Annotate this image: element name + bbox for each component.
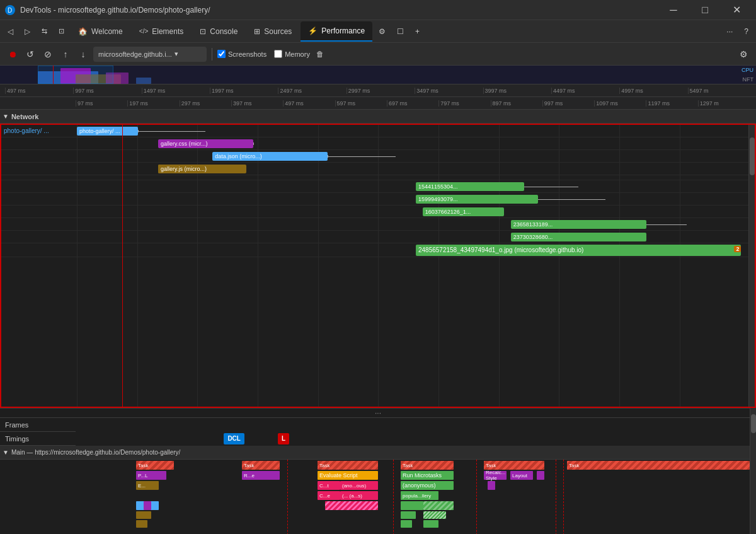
url-display: microsoftedge.github.i... ▾	[93, 47, 207, 62]
network-scrollbar[interactable]	[748, 125, 755, 407]
populate-gallery-bar[interactable]: popula...llery	[401, 491, 438, 500]
tab-performance[interactable]: ⚡ Performance	[301, 21, 372, 42]
add-tab-button[interactable]: +	[410, 25, 425, 38]
gear-icon[interactable]: ⚙	[374, 25, 391, 38]
tiny-bar-6[interactable]	[423, 520, 438, 528]
network-bar-img6-large[interactable]: 24856572158_43497494d1_o.jpg (microsofte…	[416, 245, 741, 256]
parse-load-bar[interactable]: P...L	[136, 471, 166, 480]
back-icon[interactable]: ◁	[3, 25, 18, 38]
overview-ruler-mark: 5497 m	[688, 88, 756, 94]
task-bar[interactable]: Task	[136, 461, 174, 470]
upload-button[interactable]: ↑	[58, 47, 73, 62]
net-row: 23730328680...	[1, 231, 755, 243]
net-row: 15999493079...	[1, 193, 755, 206]
anonymous-bar[interactable]: (anonymous)	[401, 481, 454, 490]
minimize-button[interactable]: ─	[659, 0, 688, 20]
network-bar-img2[interactable]: 15999493079...	[416, 195, 538, 204]
memory-checkbox[interactable]	[274, 50, 282, 58]
tab-elements[interactable]: </> Elements	[132, 21, 192, 42]
bottom-scrollbar-thumb[interactable]	[751, 414, 756, 433]
dock-icon[interactable]: ⊡	[54, 25, 69, 38]
tiny-bar-2[interactable]	[401, 511, 416, 519]
network-bar-img3[interactable]: 16037662126_1...	[423, 207, 504, 216]
tab-welcome[interactable]: 🏠 Welcome	[71, 21, 130, 42]
time-ruler: 97 ms 197 ms 297 ms 397 ms 497 ms 597 ms…	[0, 97, 756, 110]
net-row-empty	[1, 257, 755, 267]
memory-checkbox-label[interactable]: Memory	[274, 50, 310, 58]
small-bar-1[interactable]	[488, 481, 495, 490]
network-scrollbar-thumb[interactable]	[750, 137, 755, 175]
layout-bar-small[interactable]	[537, 471, 544, 480]
title-bar: D DevTools - microsoftedge.github.io/Dem…	[0, 0, 756, 20]
small-bar-r4-2[interactable]	[144, 501, 151, 510]
dense-bar-2[interactable]	[423, 501, 454, 510]
close-button[interactable]: ✕	[722, 0, 751, 20]
tab-console[interactable]: ⊡ Console	[192, 21, 245, 42]
tiny-bar-3[interactable]	[423, 511, 446, 519]
download-button[interactable]: ↓	[76, 47, 91, 62]
network-section-header[interactable]: ▼ Network	[0, 110, 756, 124]
small-bar-r4-3[interactable]	[401, 501, 423, 510]
dense-bar-1[interactable]	[325, 501, 378, 510]
console-icon: ⊡	[200, 27, 206, 36]
network-content: photo-gallery/ ... photo-gallery/ ... ga…	[0, 124, 756, 408]
url-text: microsoftedge.github.i...	[98, 50, 172, 58]
ct-bar[interactable]: C...t	[318, 481, 340, 490]
forward-icon[interactable]: ▷	[20, 25, 35, 38]
screenshots-checkbox-label[interactable]: Screenshots	[217, 50, 266, 58]
device-icon[interactable]: ☐	[392, 25, 409, 38]
render-bar[interactable]: R...e	[242, 471, 280, 480]
timings-row: Timings DCL L	[0, 432, 756, 446]
maximize-button[interactable]: □	[690, 0, 719, 20]
network-bar-img5[interactable]: 23730328680...	[511, 233, 646, 241]
task-bar[interactable]: Task	[567, 461, 750, 470]
net-row: gallery.css (micr...)	[1, 137, 755, 150]
network-bar-galleryjs[interactable]: gallery.js (micro...)	[158, 165, 246, 173]
as-bar[interactable]: (... (a...s)	[340, 491, 378, 500]
task-bar[interactable]: Task	[401, 461, 454, 470]
overview-ruler-mark: 2997 ms	[346, 88, 415, 94]
bottom-scrollbar[interactable]	[750, 408, 756, 534]
help-icon[interactable]: ?	[739, 25, 753, 38]
delete-button[interactable]: 🗑	[312, 47, 328, 62]
record-button[interactable]: ⏺	[5, 47, 20, 62]
clear-button[interactable]: ⊘	[40, 47, 55, 62]
layout-bar[interactable]: Layout	[510, 471, 533, 480]
eval-bar[interactable]: E...	[136, 481, 159, 490]
network-bar-datajson[interactable]: data.json (micro...)	[212, 152, 328, 161]
net-row-large: 24856572158_43497494d1_o.jpg (microsofte…	[1, 243, 755, 257]
screenshots-checkbox[interactable]	[217, 50, 226, 58]
home-icon: 🏠	[78, 27, 88, 36]
net-row: exif... gallery.js (micro...)	[1, 163, 755, 175]
tiny-bar-1[interactable]	[136, 511, 151, 519]
tiny-bar-4[interactable]	[136, 520, 147, 528]
overview-ruler-mark: 3497 ms	[415, 88, 483, 94]
flip-icon[interactable]: ⇆	[37, 25, 52, 38]
run-microtasks-bar[interactable]: Run Microtasks	[401, 471, 454, 480]
ce-bar[interactable]: C...e	[318, 491, 340, 500]
network-bar-photogallery[interactable]: photo-gallery/ ...	[77, 127, 138, 136]
recalc-style-bar[interactable]: Recalc... Style	[484, 471, 507, 480]
net-row: data.json (micro...) · ·	[1, 150, 755, 163]
main-thread-header[interactable]: ▼ Main — https://microsoftedge.github.io…	[0, 446, 756, 460]
more-tabs-button[interactable]: ···	[721, 25, 738, 38]
network-bar-img1[interactable]: 15441155304...	[416, 182, 524, 191]
refresh-button[interactable]: ↺	[23, 47, 38, 62]
toolbar-separator	[212, 48, 212, 61]
flame-chart: Task Task Task Task Task Task P...L R...…	[0, 460, 756, 534]
settings-icon[interactable]: ⚙	[736, 47, 751, 62]
tiny-bar-5[interactable]	[401, 520, 412, 528]
overview-ruler-mark: 497 ms	[5, 88, 73, 94]
task-bar[interactable]: Task	[484, 461, 544, 470]
network-bar-gallerycss[interactable]: gallery.css (micr...)	[158, 139, 253, 148]
network-bar-img4[interactable]: 23658133189...	[511, 220, 646, 229]
title-text: DevTools - microsoftedge.github.io/Demos…	[20, 6, 210, 15]
overview-ruler-mark: 2497 ms	[278, 88, 346, 94]
task-bar[interactable]: Task	[318, 461, 378, 470]
evaluate-script-bar[interactable]: Evaluate Script	[318, 471, 378, 480]
dropdown-arrow: ▾	[175, 50, 178, 58]
tab-sources[interactable]: ⊞ Sources	[246, 21, 299, 42]
task-bar[interactable]: Task	[242, 461, 280, 470]
timeline-overview: CPU NFT 497 ms 997 ms 1497 ms 1997 ms 24…	[0, 66, 756, 97]
anon-bar[interactable]: (ano...ous)	[340, 481, 378, 490]
